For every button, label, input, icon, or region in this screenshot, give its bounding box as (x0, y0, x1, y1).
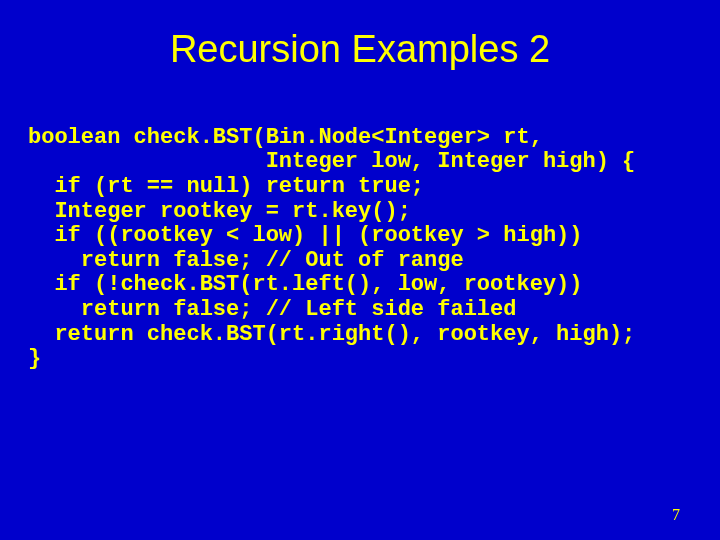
code-line: } (28, 346, 41, 371)
code-line: if ((rootkey < low) || (rootkey > high)) (28, 223, 583, 248)
code-line: return false; // Out of range (28, 248, 464, 273)
slide-title: Recursion Examples 2 (0, 0, 720, 101)
code-line: if (!check.BST(rt.left(), low, rootkey)) (28, 272, 583, 297)
code-block: boolean check.BST(Bin.Node<Integer> rt, … (0, 101, 720, 372)
code-line: boolean check.BST(Bin.Node<Integer> rt, (28, 125, 543, 150)
code-line: Integer rootkey = rt.key(); (28, 199, 411, 224)
code-line: Integer low, Integer high) { (28, 149, 635, 174)
code-line: return false; // Left side failed (28, 297, 516, 322)
page-number: 7 (672, 506, 680, 524)
code-line: if (rt == null) return true; (28, 174, 424, 199)
code-line: return check.BST(rt.right(), rootkey, hi… (28, 322, 635, 347)
